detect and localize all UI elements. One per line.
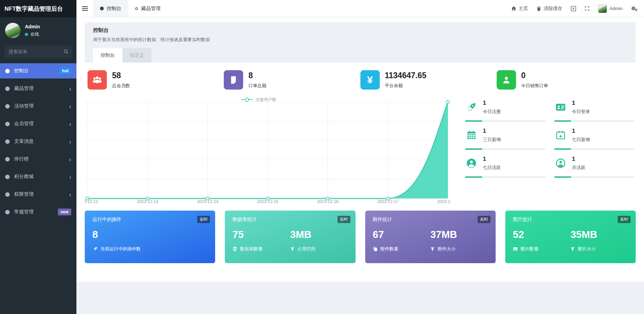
tab-custom[interactable]: 自定义 <box>122 48 152 63</box>
stat-label: 平台余额 <box>385 83 426 89</box>
language-button[interactable]: A <box>571 6 576 11</box>
outline-circle-icon <box>135 7 138 10</box>
sidebar-item-dashboard[interactable]: 控制台 hot <box>0 63 76 78</box>
sidebar-item-points-mall[interactable]: 积分商城 ‹ <box>0 169 76 184</box>
card-attachment-stats: 附件统计 实时 67 37MB 附件数量 <box>365 211 496 263</box>
card-value: 3MB <box>290 229 348 240</box>
clear-cache-label: 清除缓存 <box>544 6 562 12</box>
sidebar-item-label: 常规管理 <box>14 209 34 215</box>
progress-bar <box>554 176 635 178</box>
sidebar-item-label: 会员管理 <box>14 121 34 127</box>
sidebar-item-members[interactable]: 会员管理 ‹ <box>0 116 76 131</box>
yen-icon: ¥ <box>360 70 380 90</box>
circle-icon <box>5 69 10 73</box>
mini-label: 月活跃 <box>572 165 586 171</box>
online-status-icon <box>25 33 28 36</box>
page-footer-area <box>76 282 644 314</box>
username-label: Admin <box>609 6 623 11</box>
card-value: 52 <box>513 229 571 240</box>
card-value: 35MB <box>570 229 628 240</box>
clear-cache-button[interactable]: 清除缓存 <box>536 6 562 12</box>
mini-value: 1 <box>483 156 501 163</box>
filled-circle-icon <box>100 7 104 10</box>
realtime-badge: 实时 <box>478 216 490 223</box>
sidebar-item-permissions[interactable]: 权限管理 ‹ <box>0 187 76 202</box>
funnel-icon <box>290 247 295 251</box>
stat-value: 0 <box>521 71 548 80</box>
card-footer-label: 当前运行中的插件数 <box>100 246 141 252</box>
progress-bar <box>554 148 635 150</box>
svg-text:2023-12-14: 2023-12-14 <box>197 199 219 204</box>
card-value: 67 <box>373 229 431 240</box>
stat-total-members: 58 总会员数 <box>88 70 224 90</box>
svg-text:2023-12-17: 2023-12-17 <box>377 199 399 204</box>
chevron-left-icon: ‹ <box>69 85 71 92</box>
chevron-left-icon: ‹ <box>69 191 71 198</box>
page-title: 控制台 <box>93 27 627 34</box>
settings-button[interactable] <box>631 6 638 12</box>
rocket-icon <box>465 102 478 112</box>
sidebar-item-activities[interactable]: 活动管理 ‹ <box>0 99 76 114</box>
search-input[interactable] <box>4 45 72 58</box>
svg-text:2023-12-13: 2023-12-13 <box>137 199 158 204</box>
mini-value: 1 <box>483 128 501 135</box>
sidebar-item-general[interactable]: 常规管理 new <box>0 204 76 220</box>
svg-text:2023-12-15: 2023-12-15 <box>257 199 278 204</box>
calendar-icon <box>465 130 478 140</box>
mini-label: 三日新增 <box>483 137 501 143</box>
nav-tab-dashboard[interactable]: 控制台 <box>93 0 128 17</box>
hot-badge: hot <box>59 67 71 74</box>
id-card-icon <box>554 102 567 113</box>
panel-tabs: 控制台 自定义 <box>93 48 627 63</box>
mini-label: 七日新增 <box>572 137 590 143</box>
nav-tab-collections[interactable]: 藏品管理 <box>128 0 167 17</box>
nav-tab-label: 控制台 <box>107 6 121 12</box>
circle-icon <box>5 122 10 126</box>
user-circle-icon <box>465 158 478 169</box>
svg-text:2023-12-12: 2023-12-12 <box>85 199 98 204</box>
mini-label: 七日活跃 <box>483 165 501 171</box>
circle-icon <box>5 210 10 214</box>
card-footer-label: 附件大小 <box>438 246 456 252</box>
mini-value: 1 <box>572 128 590 135</box>
card-image-stats: 图片统计 实时 52 35MB 图片数量 <box>505 211 636 263</box>
mini-stat-today-login: 1 今日登录 <box>554 99 635 122</box>
mini-stat-today-register: 1 今日注册 <box>465 99 545 122</box>
card-running-plugins: 运行中的插件 实时 8 当前运行中的插件数 <box>85 211 215 263</box>
stat-label: 总会员数 <box>112 83 130 89</box>
trash-icon <box>536 6 541 11</box>
chart-wrap: 2023-12-122023-12-132023-12-142023-12-15… <box>85 96 451 204</box>
mini-label: 今日注册 <box>483 109 501 115</box>
home-link[interactable]: 主页 <box>511 6 528 12</box>
mini-value: 1 <box>572 100 590 107</box>
chevron-left-icon: ‹ <box>69 174 71 180</box>
stat-label: 订单总额 <box>248 83 266 89</box>
sidebar-item-ranking[interactable]: 排行榜 ‹ <box>0 151 76 167</box>
language-icon: A <box>571 6 576 11</box>
sidebar-item-label: 活动管理 <box>14 103 34 109</box>
avatar <box>598 4 607 13</box>
tab-dashboard[interactable]: 控制台 <box>93 48 122 63</box>
card-title: 附件统计 <box>373 216 488 223</box>
sidebar-item-label: 藏品管理 <box>14 85 34 92</box>
panel-header: 控制台 用于展示当前系统中的统计数据、统计报表及重要实时数据 控制台 自定义 <box>85 22 636 63</box>
rocket-icon <box>92 247 98 252</box>
chart-section: 2023-12-122023-12-132023-12-142023-12-15… <box>85 96 636 204</box>
page-content: 控制台 用于展示当前系统中的统计数据、统计报表及重要实时数据 控制台 自定义 <box>76 17 644 282</box>
realtime-badge: 实时 <box>197 216 210 223</box>
sidebar-toggle-button[interactable] <box>76 0 93 17</box>
navbar-actions: 主页 清除缓存 A A <box>511 0 644 17</box>
fullscreen-button[interactable] <box>585 6 590 11</box>
mini-stat-seven-day-new: 1 七日新增 <box>554 127 635 150</box>
new-badge: new <box>58 209 71 215</box>
card-title: 数据库统计 <box>232 216 348 223</box>
mini-label: 今日登录 <box>572 109 590 115</box>
user-menu[interactable]: Admin <box>598 4 623 13</box>
card-footer-label: 图片数量 <box>521 246 539 252</box>
sidebar-item-articles[interactable]: 文章消息 ‹ <box>0 134 76 149</box>
chevron-left-icon: ‹ <box>69 156 71 163</box>
users-icon <box>88 70 107 90</box>
sidebar-item-collections[interactable]: 藏品管理 ‹ <box>0 81 76 96</box>
circle-icon <box>5 157 10 161</box>
search-icon[interactable] <box>63 49 69 54</box>
